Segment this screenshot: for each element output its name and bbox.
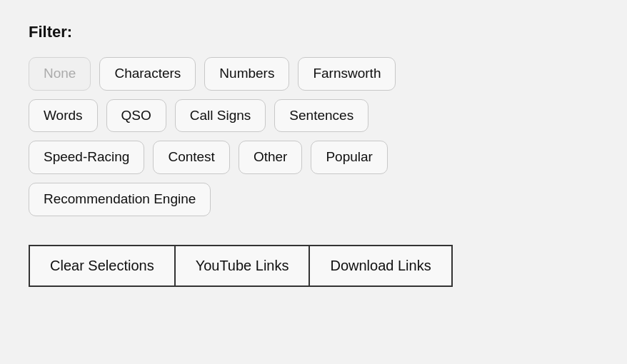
filter-btn-words[interactable]: Words: [29, 99, 98, 133]
filter-btn-qso[interactable]: QSO: [106, 99, 166, 133]
filter-row-3: Recommendation Engine: [29, 183, 598, 216]
filter-tags: NoneCharactersNumbersFarnsworthWordsQSOC…: [29, 57, 598, 216]
filter-btn-sentences[interactable]: Sentences: [274, 99, 368, 133]
filter-row-1: WordsQSOCall SignsSentences: [29, 99, 598, 133]
download-links-button[interactable]: Download Links: [310, 245, 452, 287]
filter-btn-none[interactable]: None: [29, 57, 91, 91]
youtube-links-button[interactable]: YouTube Links: [176, 245, 311, 287]
filter-btn-recommendation-engine[interactable]: Recommendation Engine: [29, 183, 211, 216]
filter-btn-call-signs[interactable]: Call Signs: [175, 99, 266, 133]
filter-row-2: Speed-RacingContestOtherPopular: [29, 141, 598, 174]
filter-btn-numbers[interactable]: Numbers: [204, 57, 289, 91]
action-buttons: Clear Selections YouTube Links Download …: [29, 245, 598, 287]
filter-btn-popular[interactable]: Popular: [311, 141, 388, 174]
filter-btn-contest[interactable]: Contest: [153, 141, 229, 174]
main-container: Filter: NoneCharactersNumbersFarnsworthW…: [29, 23, 598, 287]
filter-btn-farnsworth[interactable]: Farnsworth: [298, 57, 396, 91]
clear-selections-button[interactable]: Clear Selections: [29, 245, 176, 287]
filter-row-0: NoneCharactersNumbersFarnsworth: [29, 57, 598, 91]
filter-btn-characters[interactable]: Characters: [99, 57, 196, 91]
filter-label: Filter:: [29, 23, 598, 41]
filter-btn-other[interactable]: Other: [239, 141, 303, 174]
filter-btn-speed-racing[interactable]: Speed-Racing: [29, 141, 144, 174]
